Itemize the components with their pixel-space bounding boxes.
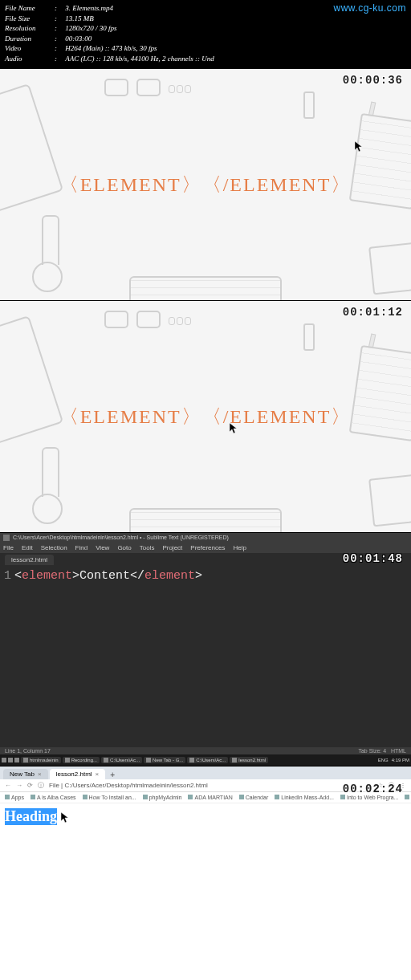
watermark-top: www.cg-ku.com xyxy=(333,2,406,15)
status-tabsize[interactable]: Tab Size: 4 xyxy=(358,748,386,754)
bookmark-icon xyxy=(405,795,409,799)
bookmark-item[interactable]: How To Install an... xyxy=(83,795,136,800)
taskbar-tray[interactable]: ENG 4:19 PM xyxy=(378,758,409,762)
usb-sketch-icon xyxy=(303,91,315,119)
mi-value-resolution: 1280x720 / 30 fps xyxy=(65,23,116,34)
editor-statusbar[interactable]: Line 1, Column 17 Tab Size: 4 HTML xyxy=(0,747,411,754)
close-icon[interactable]: × xyxy=(38,771,42,778)
sublime-icon xyxy=(104,758,108,762)
browser-tab-active[interactable]: lesson2.html× xyxy=(50,769,106,779)
glasses-sketch-icon xyxy=(104,311,161,327)
bookmark-icon xyxy=(188,795,193,799)
search-icon[interactable] xyxy=(8,758,13,762)
book-sketch-icon xyxy=(368,241,411,295)
windows-taskbar[interactable]: htmlmadeinin Recording... C:\Users\Ac...… xyxy=(0,754,411,766)
bookmark-item[interactable]: phpMyAdmin xyxy=(143,795,182,800)
mi-value-filename: 3. Elements.mp4 xyxy=(65,3,113,14)
keyboard-sketch-icon xyxy=(129,276,282,301)
notebook-sketch-icon xyxy=(349,113,411,209)
notebook-sketch-icon xyxy=(349,345,411,441)
menu-find[interactable]: Find xyxy=(75,544,88,551)
browser-page[interactable]: Heading xyxy=(0,803,411,980)
bookmark-item[interactable]: ADA MARTIAN xyxy=(188,795,232,800)
menu-edit[interactable]: Edit xyxy=(22,544,33,551)
slide-2-timestamp: 00:01:12 xyxy=(343,306,403,319)
address-bar[interactable]: File | C:/Users/Acer/Desktop/htmlmadeini… xyxy=(49,782,372,789)
taskview-icon[interactable] xyxy=(14,758,19,762)
mi-value-video: H264 (Main) :: 473 kb/s, 30 fps xyxy=(65,43,157,54)
folder-icon xyxy=(23,758,28,762)
browser-tabstrip[interactable]: New Tab× lesson2.html× + xyxy=(0,767,411,779)
mi-value-duration: 00:03:00 xyxy=(65,34,92,44)
browser-panel: 00:02:24 New Tab× lesson2.html× + ← → ⟳ … xyxy=(0,766,411,980)
back-button[interactable]: ← xyxy=(5,782,11,789)
slide-1: 00:00:36 〈ELEMENT〉〈/ELEMENT〉 xyxy=(0,69,411,301)
editor-panel: 00:01:48 C:\Users\Acer\Desktop\htmlmadei… xyxy=(0,533,411,766)
tray-clock[interactable]: 4:19 PM xyxy=(392,758,409,762)
editor-code-area[interactable]: 1 <element>Content</element> xyxy=(0,565,411,747)
tablet-sketch-icon xyxy=(0,315,63,447)
taskbar-item[interactable]: Recording... xyxy=(63,757,100,763)
status-syntax[interactable]: HTML xyxy=(391,748,406,754)
menu-preferences[interactable]: Preferences xyxy=(190,544,225,551)
slide-2: 00:01:12 〈ELEMENT〉〈/ELEMENT〉 xyxy=(0,301,411,533)
menu-help[interactable]: Help xyxy=(233,544,246,551)
editor-code-line[interactable]: <element>Content</element> xyxy=(14,568,202,744)
slide-1-text: 〈ELEMENT〉〈/ELEMENT〉 xyxy=(59,172,352,197)
rec-icon xyxy=(65,758,70,762)
mi-label-audio: Audio xyxy=(5,54,51,64)
bookmark-item[interactable]: Calendar xyxy=(239,795,268,800)
mi-label-video: Video xyxy=(5,43,51,54)
taskbar-item[interactable]: New Tab - G... xyxy=(144,757,185,763)
mi-label-duration: Duration xyxy=(5,34,51,44)
bookmark-icon xyxy=(83,795,87,799)
menu-project[interactable]: Project xyxy=(162,544,182,551)
forward-button[interactable]: → xyxy=(16,782,22,789)
start-icon[interactable] xyxy=(2,758,6,762)
clips-sketch-icon xyxy=(169,317,201,328)
cursor-icon xyxy=(61,812,69,825)
browser-tab-newtab[interactable]: New Tab× xyxy=(3,769,48,779)
cursor-icon xyxy=(230,423,238,434)
new-tab-button[interactable]: + xyxy=(107,771,118,779)
apps-button[interactable]: Apps xyxy=(5,795,24,800)
menu-goto[interactable]: Goto xyxy=(117,544,131,551)
page-heading[interactable]: Heading xyxy=(5,808,57,825)
taskbar-item[interactable]: C:\Users\Ac... xyxy=(187,757,228,763)
taskbar-item[interactable]: htmlmadeinin xyxy=(21,757,61,763)
bookmark-item[interactable]: A is Alba Cases xyxy=(31,795,76,800)
usb-sketch-icon xyxy=(303,323,315,351)
bookmark-icon xyxy=(340,795,345,799)
bookmark-icon xyxy=(239,795,244,799)
editor-timestamp: 00:01:48 xyxy=(343,552,403,565)
keyboard-sketch-icon xyxy=(129,508,282,533)
bookmark-icon xyxy=(275,795,279,799)
tray-lang[interactable]: ENG xyxy=(378,758,389,762)
cursor-icon xyxy=(355,141,363,152)
site-info-icon[interactable]: ⓘ xyxy=(38,781,44,790)
mi-value-audio: AAC (LC) :: 128 kb/s, 44100 Hz, 2 channe… xyxy=(65,54,214,64)
editor-title: C:\Users\Acer\Desktop\htmlmadeinin\lesso… xyxy=(13,535,229,540)
clips-sketch-icon xyxy=(169,85,201,96)
reload-button[interactable]: ⟳ xyxy=(27,782,33,789)
editor-titlebar[interactable]: C:\Users\Acer\Desktop\htmlmadeinin\lesso… xyxy=(0,533,411,543)
menu-selection[interactable]: Selection xyxy=(41,544,67,551)
bookmark-item[interactable]: LinkedIn Mass-Add... xyxy=(275,795,334,800)
taskbar-item[interactable]: C:\Users\Ac... xyxy=(101,757,142,763)
status-left: Line 1, Column 17 xyxy=(5,748,51,754)
close-icon[interactable]: × xyxy=(96,771,100,778)
menu-tools[interactable]: Tools xyxy=(140,544,155,551)
watch-sketch-icon xyxy=(32,494,63,524)
book-sketch-icon xyxy=(368,473,411,527)
media-info-panel: www.cg-ku.com File Name: 3. Elements.mp4… xyxy=(0,0,411,69)
slide-1-timestamp: 00:00:36 xyxy=(343,74,403,87)
tablet-sketch-icon xyxy=(0,83,63,215)
menu-file[interactable]: File xyxy=(3,544,14,551)
taskbar-item[interactable]: lesson2.html xyxy=(230,757,268,763)
menu-view[interactable]: View xyxy=(96,544,109,551)
bookmark-item[interactable]: Extensions xyxy=(405,795,411,800)
chrome-icon xyxy=(146,758,151,762)
bookmark-item[interactable]: Into to Web Progra... xyxy=(340,795,398,800)
editor-tab[interactable]: lesson2.html xyxy=(5,555,54,565)
bookmark-icon xyxy=(31,795,35,799)
